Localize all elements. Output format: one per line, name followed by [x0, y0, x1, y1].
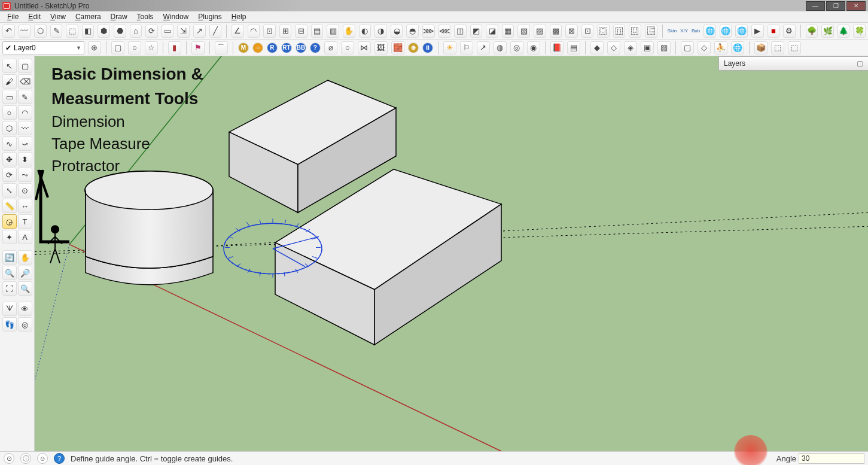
layers-panel[interactable]: Layers ▢: [718, 56, 868, 71]
box-icon[interactable]: ⬚: [788, 41, 801, 54]
tool-icon[interactable]: 🌐: [720, 25, 732, 38]
tool-icon[interactable]: 🌐: [735, 25, 748, 38]
tool-icon[interactable]: ✋: [343, 25, 355, 38]
menu-view[interactable]: View: [47, 11, 69, 22]
grass-icon[interactable]: 🌿: [821, 25, 834, 38]
3dtext-tool[interactable]: А: [18, 230, 32, 244]
offset-tool[interactable]: ⊙: [18, 183, 32, 197]
status-info-icon[interactable]: ⓘ: [20, 453, 31, 464]
follow-tool[interactable]: ⤳: [18, 168, 32, 182]
box-icon[interactable]: ⬚: [771, 41, 784, 54]
scale-tool[interactable]: ⤡: [2, 183, 17, 197]
tool-icon[interactable]: ▨: [657, 41, 671, 54]
tool-icon[interactable]: ⬚: [66, 25, 78, 38]
freehand-tool[interactable]: 〰: [18, 121, 32, 135]
pushpull-tool[interactable]: ⬍: [18, 152, 32, 166]
tool-icon[interactable]: ▭: [162, 25, 174, 38]
viewport[interactable]: Basic Dimension & Measurment Tools Dimen…: [35, 56, 868, 451]
orb-m-icon[interactable]: M: [238, 42, 249, 53]
menu-help[interactable]: Help: [228, 11, 250, 22]
orb-pause-icon[interactable]: ⏸: [422, 42, 433, 53]
tool-icon[interactable]: ⿵: [613, 25, 626, 38]
box-icon[interactable]: 📦: [754, 41, 768, 54]
tool-icon[interactable]: ☆: [145, 41, 158, 54]
tool-icon[interactable]: ◆: [590, 41, 604, 54]
text-tool[interactable]: T: [18, 214, 32, 229]
tool-icon[interactable]: ▦: [502, 25, 514, 38]
tool-icon[interactable]: ○: [341, 41, 354, 54]
tool-icon[interactable]: 🌐: [703, 25, 716, 38]
menu-window[interactable]: Window: [160, 11, 193, 22]
menu-camera[interactable]: Camera: [72, 11, 105, 22]
orb-r-icon[interactable]: R: [267, 42, 278, 53]
tool-icon[interactable]: ⬢: [98, 25, 110, 38]
tool-icon[interactable]: ◍: [494, 41, 507, 54]
tool-icon[interactable]: ◐: [359, 25, 371, 38]
tool-icon[interactable]: ⊡: [581, 25, 594, 38]
maximize-button[interactable]: ❐: [826, 1, 845, 11]
globe-icon[interactable]: 🌐: [731, 41, 744, 54]
tool-icon[interactable]: ⟳: [145, 25, 158, 38]
walk-tool[interactable]: 👣: [2, 317, 17, 332]
bush-icon[interactable]: 🍀: [853, 25, 866, 38]
menu-edit[interactable]: Edit: [25, 11, 44, 22]
position-cam-tool[interactable]: ᗐ: [2, 302, 17, 316]
tool-icon[interactable]: ◫: [454, 25, 467, 38]
orbit-tool[interactable]: 🔄: [2, 250, 17, 265]
tool-icon[interactable]: ⿷: [645, 25, 657, 38]
tool-icon[interactable]: ▮: [168, 41, 181, 54]
tool-icon[interactable]: ◈: [624, 41, 637, 54]
rect-tool[interactable]: ▭: [2, 90, 17, 104]
polygon-tool[interactable]: ⬡: [2, 121, 17, 135]
pan-tool[interactable]: ✋: [18, 250, 32, 265]
angle-input[interactable]: [799, 453, 864, 464]
look-tool[interactable]: 👁: [18, 302, 32, 316]
tool-icon[interactable]: ◒: [391, 25, 403, 38]
tool-icon[interactable]: ◇: [698, 41, 711, 54]
tool-icon[interactable]: ⿴: [597, 25, 610, 38]
tool-icon[interactable]: ▤: [311, 25, 324, 38]
orb-rt-icon[interactable]: RT: [281, 42, 292, 53]
tool-icon[interactable]: ▩: [550, 25, 562, 38]
tool-icon[interactable]: ▨: [534, 25, 546, 38]
tool-icon[interactable]: ⊞: [279, 25, 292, 38]
tool-icon[interactable]: ⚑: [191, 41, 205, 54]
tool-icon[interactable]: ⊠: [565, 25, 578, 38]
panel-close-icon[interactable]: ▢: [857, 59, 863, 68]
move-tool[interactable]: ✥: [2, 152, 17, 166]
prev-view-tool[interactable]: 🔍: [18, 281, 32, 296]
eraser-tool[interactable]: ⌫: [18, 74, 32, 89]
tree-icon[interactable]: 🌲: [837, 25, 850, 38]
minimize-button[interactable]: —: [806, 1, 825, 11]
layer-selector[interactable]: ✔ ▼: [2, 41, 84, 54]
tool-icon[interactable]: ◪: [486, 25, 498, 38]
orb-icon[interactable]: ⊕: [408, 42, 419, 53]
status-info-icon[interactable]: ⊙: [4, 453, 14, 464]
protractor-tool[interactable]: ◶: [2, 214, 17, 229]
tape-tool[interactable]: 📏: [2, 199, 17, 213]
curve-tool[interactable]: ∿: [2, 136, 17, 151]
tool-icon[interactable]: ▢: [111, 41, 124, 54]
tool-icon[interactable]: ↶: [2, 25, 15, 38]
tool-icon[interactable]: ⬡: [34, 25, 47, 38]
orb-bb-icon[interactable]: BB: [296, 42, 306, 53]
arc2-tool[interactable]: ⤻: [18, 136, 32, 151]
close-button[interactable]: ✕: [846, 1, 866, 11]
tool-icon[interactable]: ▥: [327, 25, 339, 38]
tool-icon[interactable]: ↗: [477, 41, 490, 54]
component-tool[interactable]: ▢: [18, 59, 32, 73]
tool-icon[interactable]: ⌂: [130, 25, 142, 38]
layer-name-input[interactable]: [14, 44, 74, 52]
tool-icon[interactable]: ▧: [517, 25, 530, 38]
status-help-icon[interactable]: ?: [54, 453, 65, 464]
tool-icon[interactable]: ◉: [527, 41, 540, 54]
zoom-ext-tool[interactable]: 🔎: [18, 266, 32, 280]
tool-icon[interactable]: ◇: [607, 41, 620, 54]
tool-icon[interactable]: ↗: [193, 25, 206, 38]
tool-icon[interactable]: ✎: [50, 25, 63, 38]
tool-icon[interactable]: ◎: [510, 41, 523, 54]
tool-icon[interactable]: ⊕: [88, 41, 101, 54]
tool-icon[interactable]: ◠: [248, 25, 260, 38]
tool-icon[interactable]: ⬣: [114, 25, 126, 38]
tool-icon[interactable]: 〰: [19, 25, 31, 38]
